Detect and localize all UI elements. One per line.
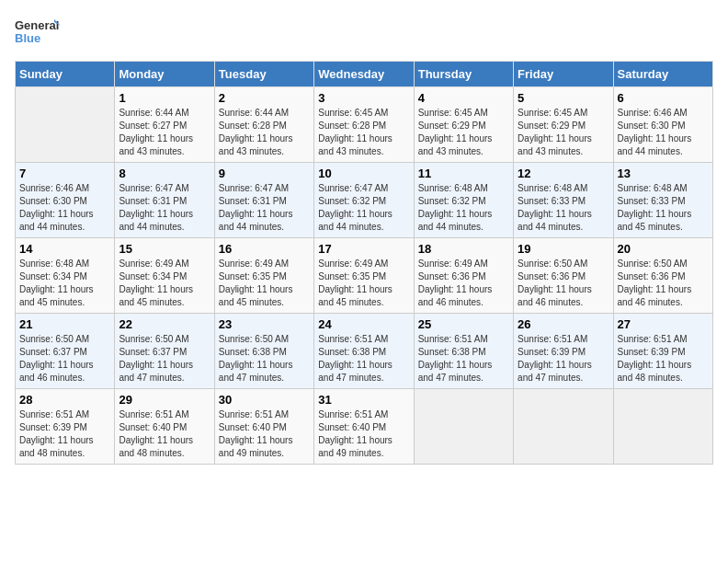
calendar-cell: 16Sunrise: 6:49 AMSunset: 6:35 PMDayligh… [214, 238, 313, 314]
cell-info: Sunrise: 6:45 AMSunset: 6:28 PMDaylight:… [318, 107, 409, 158]
day-number: 25 [418, 317, 509, 331]
calendar-cell: 1Sunrise: 6:44 AMSunset: 6:27 PMDaylight… [115, 87, 214, 163]
day-number: 26 [518, 317, 609, 331]
cell-info: Sunrise: 6:51 AMSunset: 6:38 PMDaylight:… [318, 333, 409, 385]
day-number: 4 [418, 91, 509, 105]
day-number: 15 [119, 242, 210, 256]
cell-info: Sunrise: 6:51 AMSunset: 6:39 PMDaylight:… [19, 408, 110, 460]
day-header-monday: Monday [115, 62, 214, 87]
cell-info: Sunrise: 6:48 AMSunset: 6:34 PMDaylight:… [19, 258, 110, 309]
calendar-cell: 2Sunrise: 6:44 AMSunset: 6:28 PMDaylight… [214, 87, 313, 163]
calendar-body: 1Sunrise: 6:44 AMSunset: 6:27 PMDaylight… [16, 87, 713, 465]
calendar-cell: 30Sunrise: 6:51 AMSunset: 6:40 PMDayligh… [214, 389, 313, 465]
day-number: 5 [518, 91, 609, 105]
day-number: 1 [119, 91, 210, 105]
cell-info: Sunrise: 6:48 AMSunset: 6:33 PMDaylight:… [618, 182, 709, 234]
day-number: 14 [19, 242, 110, 256]
calendar-cell: 28Sunrise: 6:51 AMSunset: 6:39 PMDayligh… [16, 389, 115, 465]
cell-info: Sunrise: 6:49 AMSunset: 6:35 PMDaylight:… [318, 258, 409, 309]
cell-info: Sunrise: 6:51 AMSunset: 6:39 PMDaylight:… [518, 333, 609, 385]
calendar-cell: 18Sunrise: 6:49 AMSunset: 6:36 PMDayligh… [414, 238, 513, 314]
cell-info: Sunrise: 6:46 AMSunset: 6:30 PMDaylight:… [618, 107, 709, 158]
calendar-cell: 24Sunrise: 6:51 AMSunset: 6:38 PMDayligh… [314, 314, 414, 389]
calendar-cell: 23Sunrise: 6:50 AMSunset: 6:38 PMDayligh… [214, 314, 313, 389]
calendar-cell: 21Sunrise: 6:50 AMSunset: 6:37 PMDayligh… [16, 314, 115, 389]
calendar-cell: 4Sunrise: 6:45 AMSunset: 6:29 PMDaylight… [414, 87, 513, 163]
cell-info: Sunrise: 6:50 AMSunset: 6:37 PMDaylight:… [119, 333, 210, 385]
calendar-cell: 3Sunrise: 6:45 AMSunset: 6:28 PMDaylight… [314, 87, 414, 163]
day-number: 21 [19, 317, 110, 331]
logo: General Blue [15, 15, 61, 52]
day-number: 9 [219, 167, 310, 180]
calendar-cell: 27Sunrise: 6:51 AMSunset: 6:39 PMDayligh… [613, 314, 712, 389]
calendar-cell [613, 389, 712, 465]
calendar-cell: 31Sunrise: 6:51 AMSunset: 6:40 PMDayligh… [314, 389, 414, 465]
day-header-saturday: Saturday [613, 62, 712, 87]
day-number: 28 [19, 393, 110, 407]
svg-text:Blue: Blue [15, 31, 40, 45]
cell-info: Sunrise: 6:47 AMSunset: 6:32 PMDaylight:… [318, 182, 409, 234]
cell-info: Sunrise: 6:44 AMSunset: 6:28 PMDaylight:… [219, 107, 310, 158]
day-header-thursday: Thursday [414, 62, 513, 87]
day-number: 11 [418, 167, 509, 180]
day-number: 22 [119, 317, 210, 331]
day-number: 3 [318, 91, 409, 105]
day-number: 20 [618, 242, 709, 256]
calendar-week-1: 1Sunrise: 6:44 AMSunset: 6:27 PMDaylight… [16, 87, 713, 163]
day-number: 31 [318, 393, 409, 407]
day-number: 16 [219, 242, 310, 256]
calendar-week-4: 21Sunrise: 6:50 AMSunset: 6:37 PMDayligh… [16, 314, 713, 389]
logo-svg: General Blue [15, 15, 61, 52]
day-number: 19 [518, 242, 609, 256]
calendar-header: SundayMondayTuesdayWednesdayThursdayFrid… [16, 62, 713, 87]
day-number: 2 [219, 91, 310, 105]
cell-info: Sunrise: 6:45 AMSunset: 6:29 PMDaylight:… [518, 107, 609, 158]
calendar-cell: 9Sunrise: 6:47 AMSunset: 6:31 PMDaylight… [214, 163, 313, 238]
cell-info: Sunrise: 6:51 AMSunset: 6:40 PMDaylight:… [119, 408, 210, 460]
day-header-tuesday: Tuesday [214, 62, 313, 87]
calendar-cell: 12Sunrise: 6:48 AMSunset: 6:33 PMDayligh… [514, 163, 613, 238]
calendar-cell: 15Sunrise: 6:49 AMSunset: 6:34 PMDayligh… [115, 238, 214, 314]
day-number: 6 [618, 91, 709, 105]
calendar-week-2: 7Sunrise: 6:46 AMSunset: 6:30 PMDaylight… [16, 163, 713, 238]
calendar-cell: 6Sunrise: 6:46 AMSunset: 6:30 PMDaylight… [613, 87, 712, 163]
day-number: 30 [219, 393, 310, 407]
day-header-wednesday: Wednesday [314, 62, 414, 87]
cell-info: Sunrise: 6:51 AMSunset: 6:39 PMDaylight:… [618, 333, 709, 385]
cell-info: Sunrise: 6:50 AMSunset: 6:36 PMDaylight:… [518, 258, 609, 309]
cell-info: Sunrise: 6:46 AMSunset: 6:30 PMDaylight:… [19, 182, 110, 234]
calendar-cell [414, 389, 513, 465]
calendar-week-3: 14Sunrise: 6:48 AMSunset: 6:34 PMDayligh… [16, 238, 713, 314]
cell-info: Sunrise: 6:47 AMSunset: 6:31 PMDaylight:… [119, 182, 210, 234]
day-header-sunday: Sunday [16, 62, 115, 87]
cell-info: Sunrise: 6:48 AMSunset: 6:32 PMDaylight:… [418, 182, 509, 234]
cell-info: Sunrise: 6:50 AMSunset: 6:38 PMDaylight:… [219, 333, 310, 385]
cell-info: Sunrise: 6:51 AMSunset: 6:40 PMDaylight:… [318, 408, 409, 460]
day-header-friday: Friday [514, 62, 613, 87]
page-header: General Blue [15, 15, 713, 52]
calendar-cell: 25Sunrise: 6:51 AMSunset: 6:38 PMDayligh… [414, 314, 513, 389]
day-number: 29 [119, 393, 210, 407]
day-number: 13 [618, 167, 709, 180]
calendar-table: SundayMondayTuesdayWednesdayThursdayFrid… [15, 61, 713, 465]
day-headers-row: SundayMondayTuesdayWednesdayThursdayFrid… [16, 62, 713, 87]
calendar-cell: 26Sunrise: 6:51 AMSunset: 6:39 PMDayligh… [514, 314, 613, 389]
cell-info: Sunrise: 6:48 AMSunset: 6:33 PMDaylight:… [518, 182, 609, 234]
cell-info: Sunrise: 6:45 AMSunset: 6:29 PMDaylight:… [418, 107, 509, 158]
day-number: 17 [318, 242, 409, 256]
calendar-cell: 19Sunrise: 6:50 AMSunset: 6:36 PMDayligh… [514, 238, 613, 314]
calendar-cell [16, 87, 115, 163]
calendar-cell: 5Sunrise: 6:45 AMSunset: 6:29 PMDaylight… [514, 87, 613, 163]
cell-info: Sunrise: 6:49 AMSunset: 6:36 PMDaylight:… [418, 258, 509, 309]
calendar-cell: 29Sunrise: 6:51 AMSunset: 6:40 PMDayligh… [115, 389, 214, 465]
calendar-cell: 17Sunrise: 6:49 AMSunset: 6:35 PMDayligh… [314, 238, 414, 314]
day-number: 24 [318, 317, 409, 331]
cell-info: Sunrise: 6:49 AMSunset: 6:35 PMDaylight:… [219, 258, 310, 309]
cell-info: Sunrise: 6:51 AMSunset: 6:40 PMDaylight:… [219, 408, 310, 460]
calendar-cell: 22Sunrise: 6:50 AMSunset: 6:37 PMDayligh… [115, 314, 214, 389]
calendar-cell: 14Sunrise: 6:48 AMSunset: 6:34 PMDayligh… [16, 238, 115, 314]
calendar-cell: 20Sunrise: 6:50 AMSunset: 6:36 PMDayligh… [613, 238, 712, 314]
day-number: 10 [318, 167, 409, 180]
calendar-cell: 11Sunrise: 6:48 AMSunset: 6:32 PMDayligh… [414, 163, 513, 238]
calendar-cell: 7Sunrise: 6:46 AMSunset: 6:30 PMDaylight… [16, 163, 115, 238]
